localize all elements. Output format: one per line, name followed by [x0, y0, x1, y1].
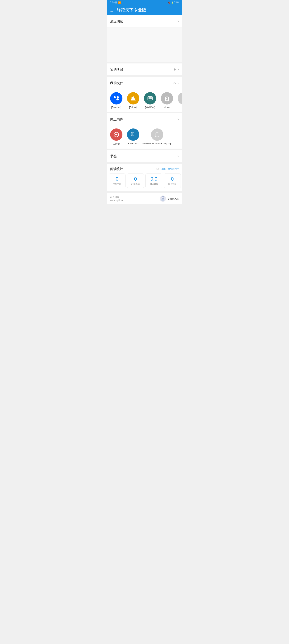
- morebooks-icon: [154, 131, 161, 138]
- my-files-title: 我的文件: [110, 81, 173, 85]
- source-feedbooks[interactable]: fe Feedbooks: [126, 128, 141, 146]
- my-collection-section: 我的珍藏: [107, 64, 182, 76]
- more-options-button[interactable]: [175, 8, 179, 12]
- footer-brand: BYBK.CC: [159, 195, 179, 202]
- feedbooks-icon-bg: fe: [127, 128, 139, 141]
- morebooks-icon-bg: [151, 128, 163, 141]
- online-library-header: 网上书库: [107, 113, 182, 126]
- stat-read-books: 0 已读书籍: [127, 174, 144, 188]
- my-files-arrow[interactable]: [177, 80, 179, 86]
- signal-icon: 📵: [168, 2, 170, 4]
- bookmarks-section: 书签: [107, 150, 182, 162]
- sdcard-label: sdcard: [163, 106, 170, 109]
- morebooks-label: More books in your language: [142, 142, 172, 145]
- my-collection-header: 我的珍藏: [107, 64, 182, 76]
- svg-point-13: [161, 199, 165, 201]
- footer-logo-icon: [159, 195, 166, 202]
- stat-bookshelf-value: 0: [116, 176, 118, 182]
- gutenberg-icon-bg: [110, 128, 122, 141]
- reading-stats-actions: 日历 按年统计: [160, 167, 179, 171]
- recent-read-section: 最近阅读: [107, 15, 182, 62]
- bookmarks-header: 书签: [107, 150, 182, 162]
- gdrive-icon-bg: [127, 92, 139, 104]
- status-right: 📵 🔋 70%: [168, 1, 179, 4]
- footer-site-info: 白云博客 www.bybk.cc: [110, 196, 123, 202]
- sdcard-icon-bg: [161, 92, 173, 104]
- my-files-section: 我的文件 [Dropbox] [Gdrive]: [107, 77, 182, 112]
- recent-read-arrow[interactable]: [177, 19, 179, 24]
- my-collection-settings-icon[interactable]: [173, 68, 176, 71]
- calendar-action[interactable]: 日历: [160, 167, 166, 171]
- stat-hours-value: 0.0: [150, 176, 157, 182]
- my-files-header: 我的文件: [107, 77, 182, 89]
- reading-stats-settings-icon[interactable]: [156, 167, 159, 171]
- bookmarks-title: 书签: [110, 154, 177, 158]
- svg-text:fe: fe: [132, 133, 134, 135]
- recent-read-empty: [107, 28, 182, 62]
- status-time: 7:38: [110, 1, 115, 4]
- gutenberg-icon: [113, 131, 120, 138]
- my-files-sources: [Dropbox] [Gdrive] [WebDav]: [107, 89, 182, 112]
- app-bar: 静读天下专业版: [107, 5, 182, 15]
- feedbooks-label: Feedbooks: [127, 142, 139, 145]
- my-collection-arrow[interactable]: [177, 67, 179, 72]
- status-left: 7:38 🖼 📶: [110, 1, 121, 4]
- extra-icon-bg: [178, 92, 182, 104]
- my-collection-title: 我的珍藏: [110, 67, 173, 72]
- stat-bookshelf-label: 书架书籍: [113, 183, 121, 186]
- feedbooks-icon: fe: [130, 131, 137, 138]
- status-bar: 7:38 🖼 📶 📵 🔋 70%: [107, 0, 182, 5]
- wifi-icon: 📶: [118, 1, 121, 4]
- gdrive-icon: [130, 95, 136, 102]
- network-icon: 🔋: [171, 2, 173, 4]
- online-library-sources: 古腾堡 fe Feedbooks More books in your lang…: [107, 126, 182, 148]
- svg-rect-4: [165, 97, 168, 101]
- dropbox-icon: [113, 95, 119, 102]
- stat-read-label: 已读书籍: [131, 183, 140, 186]
- source-sdcard[interactable]: sdcard: [159, 92, 175, 109]
- webdav-icon: [147, 95, 153, 102]
- stat-bookshelf: 0 书架书籍: [109, 174, 126, 188]
- svg-rect-5: [166, 98, 167, 99]
- source-gutenberg[interactable]: 古腾堡: [109, 128, 124, 146]
- menu-button[interactable]: [110, 8, 114, 12]
- reading-stats-section: 阅读统计 日历 按年统计 0 书架书籍 0 已读书籍 0.0 阅读时数 0 每分…: [107, 164, 182, 191]
- stat-per-minute: 0 每分钟阅: [164, 174, 181, 188]
- extra-icon: [181, 96, 182, 101]
- sdcard-icon: [164, 96, 170, 101]
- bookmarks-arrow[interactable]: [177, 154, 179, 158]
- footer: 白云博客 www.bybk.cc BYBK.CC: [107, 193, 182, 204]
- online-library-section: 网上书库 古腾堡 fe Feedbooks: [107, 113, 182, 148]
- webdav-label: [WebDav]: [145, 106, 155, 109]
- source-dropbox[interactable]: [Dropbox]: [109, 92, 124, 109]
- source-webdav[interactable]: [WebDav]: [142, 92, 158, 109]
- footer-site-url: www.bybk.cc: [110, 199, 123, 202]
- stat-reading-hours: 0.0 阅读时数: [145, 174, 162, 188]
- online-library-title: 网上书库: [110, 117, 177, 122]
- webdav-icon-bg: [144, 92, 156, 104]
- notification-icon: 🖼: [115, 1, 117, 4]
- stats-cards-row: 0 书架书籍 0 已读书籍 0.0 阅读时数 0 每分钟阅: [107, 174, 182, 191]
- source-morebooks[interactable]: More books in your language: [142, 128, 172, 146]
- recent-read-title: 最近阅读: [110, 19, 177, 24]
- svg-rect-3: [149, 98, 152, 99]
- app-title: 静读天下专业版: [117, 7, 172, 13]
- gdrive-label: [Gdrive]: [129, 106, 137, 109]
- stat-minute-label: 每分钟阅: [168, 183, 177, 186]
- online-library-arrow[interactable]: [177, 117, 179, 122]
- recent-read-header: 最近阅读: [107, 15, 182, 28]
- gutenberg-label: 古腾堡: [113, 142, 120, 146]
- source-extra[interactable]: B: [176, 92, 182, 109]
- stat-hours-label: 阅读时数: [150, 183, 158, 186]
- footer-site-name: 白云博客: [110, 196, 123, 199]
- reading-stats-header: 阅读统计 日历 按年统计: [107, 164, 182, 174]
- my-files-settings-icon[interactable]: [173, 81, 176, 85]
- svg-point-14: [162, 196, 163, 198]
- stat-read-value: 0: [134, 176, 137, 182]
- battery-level: 70%: [174, 1, 179, 4]
- stat-minute-value: 0: [171, 176, 174, 182]
- source-gdrive[interactable]: [Gdrive]: [126, 92, 141, 109]
- svg-rect-6: [167, 98, 167, 99]
- footer-brand-text: BYBK.CC: [168, 197, 179, 200]
- yearly-action[interactable]: 按年统计: [168, 167, 179, 171]
